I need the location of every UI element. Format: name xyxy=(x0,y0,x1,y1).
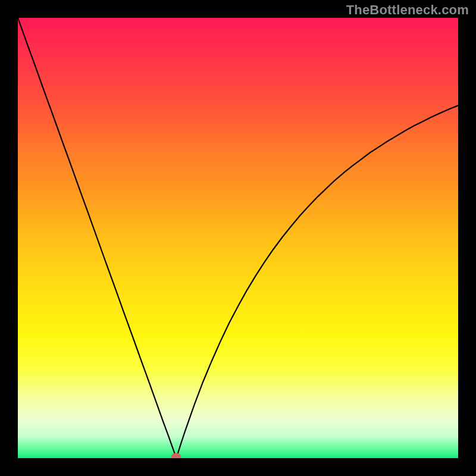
plot-area xyxy=(18,18,458,458)
curve-svg xyxy=(18,18,458,458)
watermark-text: TheBottleneck.com xyxy=(346,2,469,18)
chart-frame: TheBottleneck.com xyxy=(0,0,476,476)
minimum-marker xyxy=(171,453,181,458)
bottleneck-curve xyxy=(18,18,458,458)
